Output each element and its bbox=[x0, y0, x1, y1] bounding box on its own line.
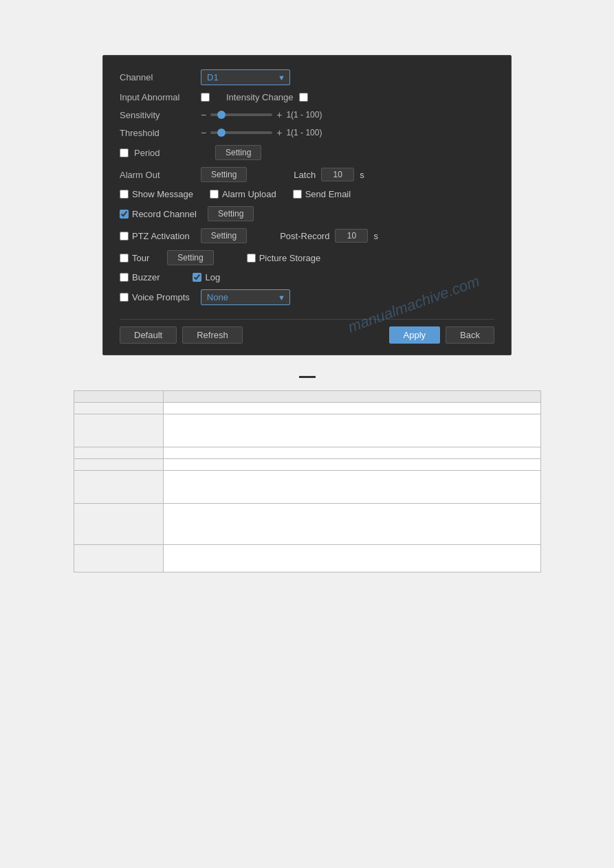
alarm-upload-label: Alarm Upload bbox=[222, 189, 276, 199]
tour-checkbox[interactable] bbox=[120, 254, 129, 263]
input-abnormal-cb-wrap bbox=[201, 93, 210, 102]
ptz-activation-cb-wrap: PTZ Activation bbox=[120, 231, 190, 241]
sensitivity-label: Sensitivity bbox=[120, 110, 195, 120]
refresh-button[interactable]: Refresh bbox=[182, 326, 243, 344]
footer-bar: Default Refresh Apply Back bbox=[120, 319, 494, 346]
buzzer-log-row: Buzzer Log bbox=[120, 272, 494, 282]
table-cell-label bbox=[74, 403, 163, 414]
sensitivity-track bbox=[210, 113, 272, 116]
sensitivity-row: Sensitivity − + 1(1 - 100) bbox=[120, 109, 494, 120]
info-table bbox=[74, 390, 541, 572]
apply-button[interactable]: Apply bbox=[389, 326, 441, 344]
channel-label: Channel bbox=[120, 72, 195, 82]
period-checkbox[interactable] bbox=[120, 148, 129, 157]
period-row: Period Setting bbox=[120, 145, 494, 160]
ptz-activation-label: PTZ Activation bbox=[132, 231, 190, 241]
settings-panel: Channel D1 D2 D3 D4 ▼ Input Abnormal Int… bbox=[102, 55, 512, 355]
table-row bbox=[74, 504, 540, 545]
divider-line bbox=[299, 376, 316, 378]
ptz-activation-checkbox[interactable] bbox=[120, 232, 129, 241]
table-header-col2 bbox=[163, 391, 540, 403]
ptz-activation-row: PTZ Activation Setting Post-Record s bbox=[120, 228, 494, 243]
threshold-plus[interactable]: + bbox=[276, 127, 282, 138]
picture-storage-cb-wrap: Picture Storage bbox=[247, 253, 321, 263]
table-row bbox=[74, 414, 540, 447]
table-cell-value bbox=[163, 504, 540, 545]
period-label: Period bbox=[134, 148, 210, 158]
ptz-activation-setting-button[interactable]: Setting bbox=[201, 228, 247, 243]
alarm-out-setting-button[interactable]: Setting bbox=[201, 167, 247, 182]
threshold-track bbox=[210, 131, 272, 134]
intensity-change-label: Intensity Change bbox=[226, 92, 294, 102]
threshold-row: Threshold − + 1(1 - 100) bbox=[120, 127, 494, 138]
voice-prompts-cb-wrap: Voice Prompts bbox=[120, 292, 190, 302]
table-row bbox=[74, 403, 540, 414]
threshold-value: 1(1 - 100) bbox=[286, 128, 327, 137]
record-channel-checkbox[interactable] bbox=[120, 210, 129, 219]
table-row bbox=[74, 459, 540, 471]
send-email-label: Send Email bbox=[305, 189, 351, 199]
table-cell-value bbox=[163, 414, 540, 447]
send-email-checkbox[interactable] bbox=[293, 190, 302, 199]
table-cell-value bbox=[163, 403, 540, 414]
show-message-checkbox[interactable] bbox=[120, 190, 129, 199]
sensitivity-value: 1(1 - 100) bbox=[286, 110, 327, 120]
table-cell-label bbox=[74, 504, 163, 545]
send-email-cb-wrap: Send Email bbox=[293, 189, 351, 199]
table-header-col1 bbox=[74, 391, 163, 403]
picture-storage-label: Picture Storage bbox=[259, 253, 321, 263]
post-record-label: Post-Record bbox=[280, 231, 329, 241]
sensitivity-plus[interactable]: + bbox=[276, 109, 282, 120]
tour-cb-wrap: Tour bbox=[120, 253, 149, 263]
latch-label: Latch bbox=[294, 170, 316, 180]
footer-right: Apply Back bbox=[389, 326, 494, 344]
log-cb-wrap: Log bbox=[193, 272, 220, 282]
record-channel-cb-wrap: Record Channel bbox=[120, 209, 197, 219]
channel-row: Channel D1 D2 D3 D4 ▼ bbox=[120, 69, 494, 85]
input-abnormal-label: Input Abnormal bbox=[120, 92, 195, 102]
post-record-input[interactable] bbox=[335, 229, 368, 243]
table-cell-label bbox=[74, 447, 163, 459]
show-message-cb-wrap: Show Message bbox=[120, 189, 193, 199]
footer-left: Default Refresh bbox=[120, 326, 243, 344]
threshold-label: Threshold bbox=[120, 128, 195, 138]
alarm-upload-checkbox[interactable] bbox=[210, 190, 219, 199]
table-cell-label bbox=[74, 545, 163, 572]
voice-select[interactable]: None Option1 Option2 bbox=[201, 289, 290, 305]
table-row bbox=[74, 545, 540, 572]
picture-storage-checkbox[interactable] bbox=[247, 254, 256, 263]
record-channel-row: Record Channel Setting bbox=[120, 206, 494, 221]
latch-unit: s bbox=[360, 170, 364, 180]
voice-prompts-row: Voice Prompts None Option1 Option2 ▼ bbox=[120, 289, 494, 305]
table-cell-value bbox=[163, 459, 540, 471]
period-cb-wrap bbox=[120, 148, 129, 157]
tour-label: Tour bbox=[132, 253, 149, 263]
table-cell-label bbox=[74, 459, 163, 471]
voice-prompts-checkbox[interactable] bbox=[120, 293, 129, 302]
latch-input[interactable] bbox=[321, 168, 354, 181]
record-channel-setting-button[interactable]: Setting bbox=[208, 206, 254, 221]
period-setting-button[interactable]: Setting bbox=[215, 145, 261, 160]
input-abnormal-checkbox[interactable] bbox=[201, 93, 210, 102]
threshold-minus[interactable]: − bbox=[201, 127, 206, 138]
post-record-unit: s bbox=[373, 231, 378, 241]
threshold-slider-row: − + 1(1 - 100) bbox=[201, 127, 327, 138]
sensitivity-slider-row: − + 1(1 - 100) bbox=[201, 109, 327, 120]
back-button[interactable]: Back bbox=[446, 326, 494, 344]
log-checkbox[interactable] bbox=[193, 273, 201, 282]
channel-select[interactable]: D1 D2 D3 D4 bbox=[201, 69, 290, 85]
buzzer-label: Buzzer bbox=[132, 272, 160, 282]
abnormal-intensity-row: Input Abnormal Intensity Change bbox=[120, 92, 494, 102]
intensity-change-cb-wrap bbox=[299, 93, 308, 102]
buzzer-checkbox[interactable] bbox=[120, 273, 129, 282]
tour-row: Tour Setting Picture Storage bbox=[120, 250, 494, 265]
voice-dropdown-wrapper: None Option1 Option2 ▼ bbox=[201, 289, 290, 305]
intensity-change-checkbox[interactable] bbox=[299, 93, 308, 102]
table-cell-value bbox=[163, 545, 540, 572]
tour-setting-button[interactable]: Setting bbox=[167, 250, 213, 265]
default-button[interactable]: Default bbox=[120, 326, 177, 344]
buzzer-cb-wrap: Buzzer bbox=[120, 272, 160, 282]
alarm-upload-cb-wrap: Alarm Upload bbox=[210, 189, 276, 199]
sensitivity-minus[interactable]: − bbox=[201, 109, 206, 120]
table-row bbox=[74, 471, 540, 504]
